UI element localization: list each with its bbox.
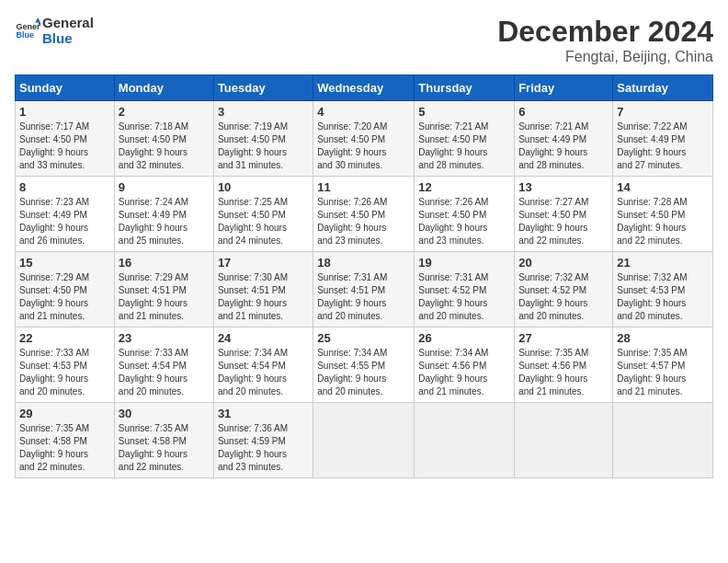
calendar-day-cell: 24Sunrise: 7:34 AM Sunset: 4:54 PM Dayli… [213, 327, 313, 403]
day-of-week-header: Wednesday [313, 75, 415, 101]
calendar-week-row: 8Sunrise: 7:23 AM Sunset: 4:49 PM Daylig… [16, 177, 713, 252]
day-number: 15 [19, 256, 110, 270]
day-number: 27 [518, 331, 609, 345]
calendar-day-cell: 21Sunrise: 7:32 AM Sunset: 4:53 PM Dayli… [613, 252, 713, 327]
day-number: 9 [119, 180, 210, 194]
calendar-week-row: 29Sunrise: 7:35 AM Sunset: 4:58 PM Dayli… [16, 403, 713, 478]
calendar-day-cell: 9Sunrise: 7:24 AM Sunset: 4:49 PM Daylig… [114, 177, 213, 252]
svg-text:General: General [16, 22, 40, 31]
calendar-day-cell: 11Sunrise: 7:26 AM Sunset: 4:50 PM Dayli… [313, 177, 415, 252]
day-of-week-header: Monday [114, 75, 213, 101]
day-info: Sunrise: 7:30 AM Sunset: 4:51 PM Dayligh… [218, 271, 309, 323]
calendar-day-cell: 25Sunrise: 7:34 AM Sunset: 4:55 PM Dayli… [313, 327, 415, 403]
day-info: Sunrise: 7:19 AM Sunset: 4:50 PM Dayligh… [218, 121, 309, 172]
day-number: 14 [617, 180, 709, 194]
svg-text:Blue: Blue [16, 30, 34, 40]
logo-text-blue: Blue [42, 30, 94, 46]
calendar-day-cell: 22Sunrise: 7:33 AM Sunset: 4:53 PM Dayli… [16, 327, 115, 403]
day-number: 26 [418, 331, 510, 345]
day-info: Sunrise: 7:34 AM Sunset: 4:55 PM Dayligh… [317, 347, 410, 398]
day-of-week-header: Sunday [16, 75, 115, 101]
day-info: Sunrise: 7:18 AM Sunset: 4:50 PM Dayligh… [119, 121, 210, 172]
calendar-day-cell: 31Sunrise: 7:36 AM Sunset: 4:59 PM Dayli… [213, 403, 313, 478]
day-info: Sunrise: 7:35 AM Sunset: 4:56 PM Dayligh… [518, 347, 609, 398]
day-info: Sunrise: 7:34 AM Sunset: 4:56 PM Dayligh… [418, 347, 510, 398]
calendar-day-cell: 19Sunrise: 7:31 AM Sunset: 4:52 PM Dayli… [415, 252, 515, 327]
day-info: Sunrise: 7:26 AM Sunset: 4:50 PM Dayligh… [418, 196, 510, 247]
calendar-day-cell [515, 403, 613, 478]
day-number: 22 [19, 331, 110, 345]
calendar-day-cell: 27Sunrise: 7:35 AM Sunset: 4:56 PM Dayli… [515, 327, 613, 403]
day-number: 6 [518, 105, 609, 119]
calendar-day-cell: 16Sunrise: 7:29 AM Sunset: 4:51 PM Dayli… [114, 252, 213, 327]
day-number: 23 [119, 331, 210, 345]
day-number: 17 [218, 256, 309, 270]
day-info: Sunrise: 7:28 AM Sunset: 4:50 PM Dayligh… [617, 196, 709, 247]
day-number: 2 [119, 105, 210, 119]
day-info: Sunrise: 7:32 AM Sunset: 4:52 PM Dayligh… [518, 271, 609, 323]
day-info: Sunrise: 7:34 AM Sunset: 4:54 PM Dayligh… [218, 347, 309, 398]
day-number: 4 [317, 105, 410, 119]
calendar-title-block: December 2024 Fengtai, Beijing, China [497, 15, 713, 65]
calendar-day-cell [415, 403, 515, 478]
calendar-week-row: 1Sunrise: 7:17 AM Sunset: 4:50 PM Daylig… [16, 101, 713, 177]
day-info: Sunrise: 7:31 AM Sunset: 4:52 PM Dayligh… [418, 271, 510, 323]
calendar-header-row: SundayMondayTuesdayWednesdayThursdayFrid… [16, 75, 713, 101]
day-number: 1 [19, 105, 110, 119]
calendar-day-cell: 26Sunrise: 7:34 AM Sunset: 4:56 PM Dayli… [415, 327, 515, 403]
day-info: Sunrise: 7:35 AM Sunset: 4:58 PM Dayligh… [19, 422, 110, 474]
day-number: 16 [119, 256, 210, 270]
calendar-title: December 2024 [497, 15, 713, 49]
day-info: Sunrise: 7:20 AM Sunset: 4:50 PM Dayligh… [317, 121, 410, 172]
day-info: Sunrise: 7:26 AM Sunset: 4:50 PM Dayligh… [317, 196, 410, 247]
calendar-day-cell: 12Sunrise: 7:26 AM Sunset: 4:50 PM Dayli… [415, 177, 515, 252]
day-number: 7 [617, 105, 709, 119]
day-info: Sunrise: 7:35 AM Sunset: 4:58 PM Dayligh… [119, 422, 210, 474]
day-info: Sunrise: 7:17 AM Sunset: 4:50 PM Dayligh… [19, 121, 110, 172]
day-info: Sunrise: 7:23 AM Sunset: 4:49 PM Dayligh… [19, 196, 110, 247]
calendar-day-cell: 4Sunrise: 7:20 AM Sunset: 4:50 PM Daylig… [313, 101, 415, 177]
day-number: 30 [119, 407, 210, 420]
calendar-day-cell: 15Sunrise: 7:29 AM Sunset: 4:50 PM Dayli… [16, 252, 115, 327]
day-info: Sunrise: 7:29 AM Sunset: 4:50 PM Dayligh… [19, 271, 110, 323]
calendar-day-cell: 20Sunrise: 7:32 AM Sunset: 4:52 PM Dayli… [515, 252, 613, 327]
day-info: Sunrise: 7:21 AM Sunset: 4:50 PM Dayligh… [418, 121, 510, 172]
calendar-week-row: 22Sunrise: 7:33 AM Sunset: 4:53 PM Dayli… [16, 327, 713, 403]
day-of-week-header: Saturday [613, 75, 713, 101]
calendar-day-cell [313, 403, 415, 478]
day-of-week-header: Friday [515, 75, 613, 101]
day-number: 21 [617, 256, 709, 270]
day-number: 19 [418, 256, 510, 270]
calendar-day-cell: 7Sunrise: 7:22 AM Sunset: 4:49 PM Daylig… [613, 101, 713, 177]
calendar-day-cell: 29Sunrise: 7:35 AM Sunset: 4:58 PM Dayli… [16, 403, 115, 478]
day-number: 24 [218, 331, 309, 345]
day-number: 20 [518, 256, 609, 270]
calendar-day-cell: 14Sunrise: 7:28 AM Sunset: 4:50 PM Dayli… [613, 177, 713, 252]
day-number: 11 [317, 180, 410, 194]
day-of-week-header: Tuesday [213, 75, 313, 101]
day-info: Sunrise: 7:35 AM Sunset: 4:57 PM Dayligh… [617, 347, 709, 398]
calendar-week-row: 15Sunrise: 7:29 AM Sunset: 4:50 PM Dayli… [16, 252, 713, 327]
day-info: Sunrise: 7:31 AM Sunset: 4:51 PM Dayligh… [317, 271, 410, 323]
calendar-day-cell: 13Sunrise: 7:27 AM Sunset: 4:50 PM Dayli… [515, 177, 613, 252]
day-info: Sunrise: 7:33 AM Sunset: 4:54 PM Dayligh… [119, 347, 210, 398]
calendar-day-cell: 30Sunrise: 7:35 AM Sunset: 4:58 PM Dayli… [114, 403, 213, 478]
day-info: Sunrise: 7:27 AM Sunset: 4:50 PM Dayligh… [518, 196, 609, 247]
calendar-day-cell [613, 403, 713, 478]
calendar-day-cell: 17Sunrise: 7:30 AM Sunset: 4:51 PM Dayli… [213, 252, 313, 327]
day-number: 10 [218, 180, 309, 194]
logo: General Blue General Blue [15, 15, 94, 46]
day-info: Sunrise: 7:25 AM Sunset: 4:50 PM Dayligh… [218, 196, 309, 247]
calendar-table: SundayMondayTuesdayWednesdayThursdayFrid… [15, 75, 713, 478]
calendar-day-cell: 6Sunrise: 7:21 AM Sunset: 4:49 PM Daylig… [515, 101, 613, 177]
calendar-day-cell: 10Sunrise: 7:25 AM Sunset: 4:50 PM Dayli… [213, 177, 313, 252]
calendar-day-cell: 5Sunrise: 7:21 AM Sunset: 4:50 PM Daylig… [415, 101, 515, 177]
day-number: 31 [218, 407, 309, 420]
logo-text-general: General [42, 15, 94, 30]
day-number: 8 [19, 180, 110, 194]
day-info: Sunrise: 7:24 AM Sunset: 4:49 PM Dayligh… [119, 196, 210, 247]
day-number: 5 [418, 105, 510, 119]
calendar-day-cell: 8Sunrise: 7:23 AM Sunset: 4:49 PM Daylig… [16, 177, 115, 252]
day-number: 29 [19, 407, 110, 420]
logo-icon: General Blue [15, 17, 40, 43]
